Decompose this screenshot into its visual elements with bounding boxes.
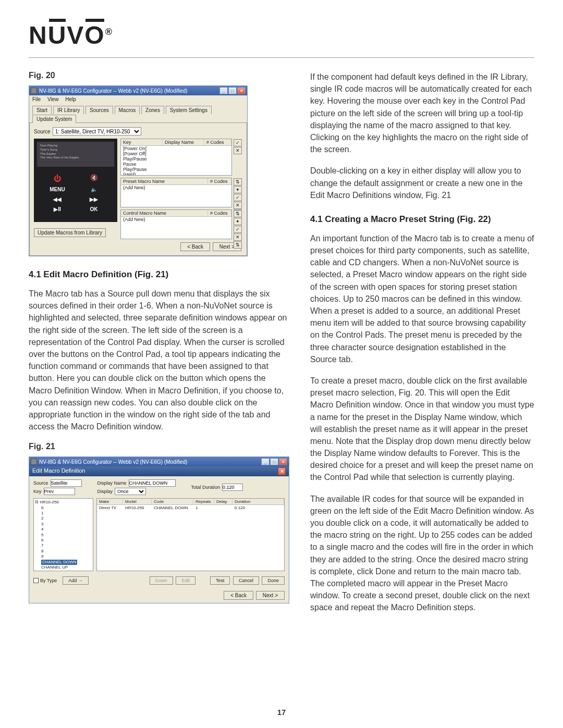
control-pad-preview: Now Playing Tyler's Song The Eagles The … xyxy=(34,139,117,222)
add-icon[interactable]: ✦ xyxy=(234,186,242,193)
tab-start[interactable]: Start xyxy=(32,106,52,114)
cancel-button[interactable]: Cancel xyxy=(233,576,259,585)
bytype-checkbox[interactable]: By Type xyxy=(33,578,57,583)
add-icon[interactable]: ✦ xyxy=(234,218,242,225)
totaldur-field xyxy=(222,484,243,491)
move-icon[interactable]: ⇅ xyxy=(234,241,242,249)
next-button[interactable]: Next > xyxy=(256,591,285,600)
display-select[interactable]: Once xyxy=(115,488,146,495)
right-para3: An important function of the Macro tab i… xyxy=(310,232,534,365)
right-para5: The available IR codes for that source w… xyxy=(310,493,534,614)
fig20-window: NV-I8G & NV-E6G Configurator -- Webb v2 … xyxy=(29,85,248,256)
th-presetname: Preset Macro Name xyxy=(121,178,208,184)
add-button[interactable]: Add → xyxy=(63,576,89,585)
app-icon xyxy=(31,88,37,94)
left-column: Fig. 20 NV-I8G & NV-E6G Configurator -- … xyxy=(29,71,289,623)
preset-table-body[interactable]: (Add New) xyxy=(121,185,231,207)
source-select[interactable]: 1: Satellite, Direct TV, HR10-250 xyxy=(53,127,141,135)
tab-updatesystem[interactable]: Update System xyxy=(32,115,76,123)
brand-logo: NUVO® xyxy=(29,21,534,50)
control-table-body[interactable]: (Add New) xyxy=(121,217,231,239)
lbl-source: Source xyxy=(33,480,48,486)
update-macros-button[interactable]: Update Macros from Library xyxy=(34,228,106,237)
move-icon[interactable]: ⇅ xyxy=(234,178,242,186)
source-field xyxy=(51,479,82,487)
control-pad-lcd: Now Playing Tyler's Song The Eagles The … xyxy=(37,142,114,167)
dispname-field[interactable] xyxy=(129,479,176,487)
lbl-key: Key xyxy=(33,489,42,494)
source-label: Source xyxy=(34,129,51,134)
th-codes: # Codes xyxy=(204,139,231,145)
close-button[interactable]: ✕ xyxy=(279,458,287,465)
right-para1: If the component had default keys define… xyxy=(310,71,534,155)
tab-zones[interactable]: Zones xyxy=(141,106,164,114)
tab-macros[interactable]: Macros xyxy=(115,106,140,115)
th-controlcodes: # Codes xyxy=(208,210,231,216)
header-rule xyxy=(29,57,534,58)
cp-menu-button[interactable]: MENU xyxy=(44,187,70,192)
edit-button[interactable]: Edit xyxy=(176,576,195,585)
right-para2: Double-clicking on a key in either displ… xyxy=(310,165,534,201)
minimize-button[interactable]: _ xyxy=(261,458,270,465)
close-panel-button[interactable]: ✕ xyxy=(278,467,286,475)
cp-next-button[interactable]: ▶▶ xyxy=(81,196,107,202)
menu-file[interactable]: File xyxy=(32,96,41,102)
cp-power-button[interactable]: ⏻ xyxy=(44,174,70,182)
right-para4: To create a preset macro, double click o… xyxy=(310,375,534,484)
done-button[interactable]: Done xyxy=(262,576,285,585)
lbl-display: Display xyxy=(97,489,113,494)
menu-view[interactable]: View xyxy=(47,96,59,102)
back-button[interactable]: < Back xyxy=(224,591,253,600)
fig20-title: NV-I8G & NV-E6G Configurator -- Webb v2 … xyxy=(39,88,219,94)
cp-prev-button[interactable]: ◀◀ xyxy=(44,196,70,202)
key-field xyxy=(44,488,75,495)
th-controlname: Control Macro Name xyxy=(121,210,208,216)
page-number: 17 xyxy=(277,708,286,717)
menubar[interactable]: File View Help xyxy=(29,95,247,103)
fig21-titlebar: NV-I8G & NV-E6G Configurator -- Webb v2 … xyxy=(29,457,289,466)
lbl-totaldur: Total Duration xyxy=(191,485,221,490)
para-41: The Macro tab has a Source pull down men… xyxy=(29,288,289,433)
maximize-button[interactable]: □ xyxy=(270,458,278,465)
tab-systemsettings[interactable]: System Settings xyxy=(166,106,212,114)
delete-icon[interactable]: ✕ xyxy=(234,233,242,241)
fig21-window: NV-I8G & NV-E6G Configurator -- Webb v2 … xyxy=(29,456,289,603)
move-icon[interactable]: ⇅ xyxy=(234,210,242,217)
apply-icon[interactable]: ✓ xyxy=(234,194,242,201)
fig20-titlebar: NV-I8G & NV-E6G Configurator -- Webb v2 … xyxy=(29,86,247,95)
key-table-body[interactable]: [Power On] [Power Off] Play/Pause Pause … xyxy=(121,146,231,175)
tab-irlibrary[interactable]: IR Library xyxy=(53,106,84,114)
apply-icon[interactable]: ✓ xyxy=(234,226,242,233)
menu-help[interactable]: Help xyxy=(65,96,76,102)
minimize-button[interactable]: _ xyxy=(219,87,228,94)
th-key: Key xyxy=(121,139,163,145)
fig21-title: NV-I8G & NV-E6G Configurator -- Webb v2 … xyxy=(39,459,261,465)
apply-icon[interactable]: ✓ xyxy=(234,139,242,146)
cp-volume-button[interactable]: 🔈 xyxy=(81,187,107,192)
down-button[interactable]: Down xyxy=(150,576,173,585)
code-tree[interactable]: ⊟ HR10-250 0 1 2 3 4 5 6 7 8 9 CHANNEL D… xyxy=(33,498,93,571)
back-button[interactable]: < Back xyxy=(180,242,210,251)
edit-macro-header: Edit Macro Definition ✕ xyxy=(29,466,289,476)
cp-playpause-button[interactable]: ▶II xyxy=(44,206,70,212)
lbl-dispname: Display Name xyxy=(97,480,127,486)
fig21-caption: Fig. 21 xyxy=(29,442,289,451)
test-button[interactable]: Test xyxy=(210,576,230,585)
tab-sources[interactable]: Sources xyxy=(85,106,113,114)
delete-icon[interactable]: ✕ xyxy=(234,202,242,209)
th-presetcodes: # Codes xyxy=(208,178,231,184)
app-icon xyxy=(31,459,37,465)
cp-ok-button[interactable]: OK xyxy=(81,206,107,212)
close-button[interactable]: ✕ xyxy=(237,87,246,94)
th-displayname: Display Name xyxy=(163,139,204,145)
tabstrip: Start IR Library Sources Macros Zones Sy… xyxy=(29,103,247,122)
macro-grid[interactable]: Make Model Code Repeats Delay Duration D… xyxy=(96,498,285,571)
delete-icon[interactable]: ✕ xyxy=(234,147,242,154)
maximize-button[interactable]: □ xyxy=(228,87,237,94)
subhead-41-create: 4.1 Creating a Macro Preset String (Fig.… xyxy=(310,214,534,225)
subhead-41-edit: 4.1 Edit Macro Definition (Fig. 21) xyxy=(29,269,289,280)
cp-mute-button[interactable]: 🔇 xyxy=(81,174,107,182)
fig20-caption: Fig. 20 xyxy=(29,71,289,80)
right-column: If the component had default keys define… xyxy=(310,71,534,623)
